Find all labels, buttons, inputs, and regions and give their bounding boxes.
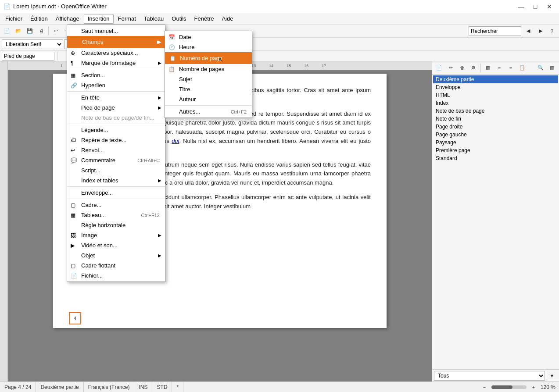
styles-new[interactable]: 📄	[434, 63, 444, 73]
help-button[interactable]: ?	[547, 26, 557, 36]
hyperlien-icon: 🔗	[71, 82, 77, 89]
styles-options[interactable]: ⚙	[468, 63, 479, 73]
image-icon: 🖼	[71, 232, 76, 239]
style-item-premiere-page[interactable]: Première page	[433, 146, 558, 154]
menu-enveloppe[interactable]: Enveloppe...	[67, 188, 165, 198]
open-button[interactable]: 📂	[13, 26, 24, 36]
styles-extra2[interactable]: ≡	[505, 63, 516, 73]
styles-list[interactable]: Deuxième partie Enveloppe HTML Index Not…	[432, 75, 559, 369]
close-button[interactable]: ✕	[543, 2, 555, 11]
champs-nombre-pages[interactable]: 📋 Nombre de pages	[165, 64, 252, 74]
champs-sujet[interactable]: Sujet	[165, 74, 252, 84]
champs-date[interactable]: 📅 Date	[165, 32, 252, 42]
style-item-standard[interactable]: Standard	[433, 154, 558, 162]
titlebar-controls: — □ ✕	[515, 2, 555, 11]
menu-pied-de-page[interactable]: Pied de page	[67, 103, 165, 113]
champs-numero-page[interactable]: 📋 Numéro de page	[165, 52, 252, 64]
menu-hyperlien[interactable]: 🔗 Hyperlien	[67, 80, 165, 90]
zoom-in[interactable]: +	[528, 382, 539, 392]
menu-caracteres-speciaux[interactable]: ⊕ Caractères spéciaux...	[67, 48, 165, 58]
style-item-note-fin[interactable]: Note de fin	[433, 115, 558, 123]
menu-objet[interactable]: Objet	[67, 250, 165, 260]
menu-format[interactable]: Format	[115, 14, 140, 24]
champs-auteur[interactable]: Auteur	[165, 94, 252, 104]
styles-toolbar: 📄 ✏ 🗑 ⚙ ▦ ≡ ≡ 📋 🔍 ▦	[432, 61, 559, 75]
menu-cadre-flottant[interactable]: ▢ Cadre flottant	[67, 260, 165, 271]
status-modified: *	[172, 382, 183, 392]
new-button[interactable]: 📄	[2, 26, 12, 36]
style-item-page-gauche[interactable]: Page gauche	[433, 131, 558, 139]
font-family[interactable]: Liberation Serif	[2, 39, 63, 49]
search-prev[interactable]: ◀	[523, 26, 534, 36]
champs-heure[interactable]: 🕐 Heure	[165, 42, 252, 52]
menu-cadre[interactable]: ▢ Cadre...	[67, 200, 165, 210]
page-number-box: 4	[69, 312, 81, 324]
numero-icon: 📋	[169, 55, 176, 61]
styles-delete[interactable]: 🗑	[457, 63, 467, 73]
menu-legende[interactable]: Légende...	[67, 125, 165, 135]
menu-video[interactable]: ▶ Vidéo et son...	[67, 240, 165, 250]
styles-dropdown-arrow[interactable]: ▼	[547, 371, 557, 381]
style-item-index[interactable]: Index	[433, 99, 558, 107]
styles-edit[interactable]: ✏	[445, 63, 456, 73]
menu-saut-manuel[interactable]: Saut manuel...	[67, 26, 165, 36]
undo-button[interactable]: ↩	[50, 26, 61, 36]
zoom-out[interactable]: −	[479, 382, 490, 392]
styles-icon1[interactable]: 🔍	[535, 63, 546, 73]
menu-section[interactable]: ▦ Section...	[67, 70, 165, 80]
save-button[interactable]: 💾	[25, 26, 35, 36]
menu-fenetre[interactable]: Fenêtre	[191, 14, 218, 24]
style-item-note-bas[interactable]: Note de bas de page	[433, 107, 558, 115]
cadre-icon: ▢	[71, 202, 75, 208]
menu-fichier[interactable]: 📄 Fichier...	[67, 271, 165, 281]
menu-script[interactable]: Script...	[67, 165, 165, 175]
sep1	[67, 69, 165, 69]
repere-icon: 🏷	[71, 137, 76, 143]
menu-repere[interactable]: 🏷 Repère de texte...	[67, 135, 165, 145]
menu-edition[interactable]: Édition	[27, 14, 51, 24]
maximize-button[interactable]: □	[529, 2, 541, 11]
commentaire-shortcut: Ctrl+Alt+C	[137, 158, 160, 163]
menu-note-bas[interactable]: Note de bas de page/de fin...	[67, 113, 165, 123]
menu-aide[interactable]: Aide	[218, 14, 236, 24]
menu-outils[interactable]: Outils	[168, 14, 190, 24]
styles-extra1[interactable]: ≡	[494, 63, 505, 73]
numero-page-label: Numéro de page	[180, 55, 222, 61]
champs-submenu: 📅 Date 🕐 Heure 📋 Numéro de page 📋 Nombre…	[165, 31, 252, 118]
search-next[interactable]: ▶	[535, 26, 546, 36]
minimize-button[interactable]: —	[515, 2, 527, 11]
styles-apply[interactable]: ▦	[483, 63, 493, 73]
menu-image[interactable]: 🖼 Image	[67, 230, 165, 240]
menu-tableau[interactable]: Tableau	[140, 14, 168, 24]
search-input[interactable]	[469, 26, 521, 36]
statusbar: Page 4 / 24 Deuxième partie Français (Fr…	[0, 381, 559, 392]
menu-insertion[interactable]: Insertion	[84, 14, 114, 24]
styles-filter-dropdown[interactable]: Tous	[434, 371, 545, 381]
champs-autres[interactable]: Autres... Ctrl+F2	[165, 107, 252, 117]
titlebar-left: 📄 Lorem Ipsum.odt - OpenOffice Writer	[4, 3, 107, 10]
menu-renvoi[interactable]: ↩ Renvoi...	[67, 145, 165, 155]
styles-extra3[interactable]: 📋	[517, 63, 527, 73]
styles-icon2[interactable]: ▦	[547, 63, 557, 73]
style-item-html[interactable]: HTML	[433, 91, 558, 99]
champs-titre[interactable]: Titre	[165, 84, 252, 94]
menu-fichier[interactable]: Fichier	[2, 14, 26, 24]
status-language: Français (France)	[84, 382, 135, 392]
menu-index-tables[interactable]: Index et tables	[67, 175, 165, 185]
menu-commentaire[interactable]: 💬 Commentaire Ctrl+Alt+C	[67, 155, 165, 165]
style-item-page-droite[interactable]: Page droite	[433, 123, 558, 131]
style-item-enveloppe[interactable]: Enveloppe	[433, 83, 558, 91]
sep5	[67, 199, 165, 199]
page-number: 4	[74, 316, 76, 321]
style-item-paysage[interactable]: Paysage	[433, 139, 558, 146]
style-item-deuxieme-partie[interactable]: Deuxième partie	[433, 75, 558, 83]
autres-shortcut: Ctrl+F2	[231, 109, 247, 114]
menu-champs[interactable]: Champs ▶	[67, 36, 165, 48]
menu-en-tete[interactable]: En-tête	[67, 93, 165, 103]
print-button[interactable]: 🖨	[36, 26, 47, 36]
menu-affichage[interactable]: Affichage	[52, 14, 83, 24]
menu-regle-horizontale[interactable]: Règle horizontale	[67, 220, 165, 230]
menu-marque-formatage[interactable]: ¶ Marque de formatage	[67, 58, 165, 68]
namebox-input[interactable]	[2, 52, 54, 61]
menu-tableau[interactable]: ▦ Tableau... Ctrl+F12	[67, 210, 165, 220]
